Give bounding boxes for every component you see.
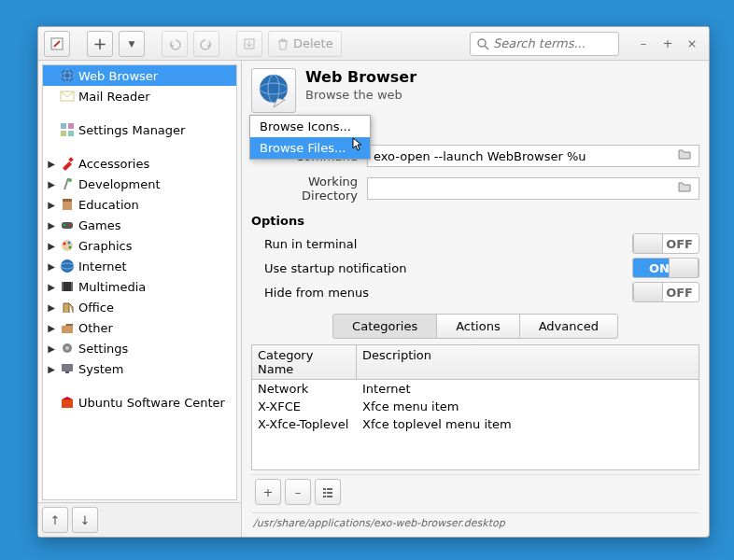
- command-value: exo-open --launch WebBrowser %u: [374, 149, 586, 163]
- svg-point-18: [64, 224, 65, 226]
- sidebar-item-games[interactable]: ▶Games: [43, 215, 236, 235]
- add-menu-dropdown[interactable]: ▼: [119, 31, 145, 57]
- sidebar-item-web-browser[interactable]: Web Browser: [43, 65, 236, 86]
- table-row[interactable]: X-XFCEXfce menu item: [252, 398, 699, 415]
- sidebar-item-label: Mail Reader: [78, 90, 150, 104]
- category-list-button[interactable]: [315, 479, 341, 505]
- move-up-button[interactable]: ↑: [42, 507, 68, 533]
- svg-line-3: [485, 46, 488, 49]
- sidebar-item-label: Office: [78, 301, 114, 315]
- move-down-button[interactable]: ↓: [72, 507, 98, 533]
- sidebar-item-development[interactable]: ▶Development: [43, 174, 236, 194]
- table-row[interactable]: NetworkInternet: [252, 380, 699, 398]
- column-header[interactable]: Category Name: [252, 345, 357, 379]
- undo-button[interactable]: [162, 31, 188, 57]
- delete-button[interactable]: Delete: [268, 31, 342, 57]
- main-pane: Web Browser Browse the web Browse Icons.…: [242, 61, 709, 537]
- education-icon: [60, 197, 75, 212]
- sidebar-item-label: Settings: [78, 342, 128, 356]
- add-category-button[interactable]: +: [255, 479, 281, 505]
- svg-rect-42: [327, 496, 332, 497]
- close-button[interactable]: ×: [681, 33, 703, 55]
- sidebar-item-graphics[interactable]: ▶Graphics: [43, 235, 236, 256]
- browse-command-button[interactable]: [678, 148, 693, 163]
- sidebar-item-other[interactable]: ▶Other: [43, 317, 236, 338]
- detail-tabs: CategoriesActionsAdvanced: [332, 314, 618, 339]
- toggle-hide-from-menus[interactable]: OFF: [632, 282, 699, 302]
- search-icon: [476, 37, 489, 50]
- titlebar: + ▼ Delete – + ×: [38, 27, 709, 61]
- sidebar-item-mail-reader[interactable]: Mail Reader: [43, 86, 236, 106]
- remove-category-button[interactable]: –: [285, 479, 311, 505]
- sidebar-item-label: Development: [78, 177, 161, 191]
- table-cell: Xfce toplevel menu item: [357, 415, 699, 433]
- sidebar-item-office[interactable]: ▶Office: [43, 297, 236, 317]
- table-cell: X-XFCE: [252, 398, 357, 415]
- svg-rect-12: [68, 157, 74, 162]
- edit-config-button[interactable]: [44, 31, 70, 57]
- search-input-wrapper[interactable]: [470, 32, 619, 56]
- svg-point-4: [61, 69, 74, 82]
- mail-icon: [60, 89, 75, 104]
- accessories-icon: [60, 156, 75, 171]
- sidebar-item-system[interactable]: ▶System: [43, 358, 236, 379]
- command-input[interactable]: exo-open --launch WebBrowser %u: [367, 145, 699, 167]
- svg-rect-28: [62, 326, 73, 333]
- app-tree[interactable]: Web BrowserMail ReaderSettings Manager▶A…: [42, 64, 237, 500]
- tab-categories[interactable]: Categories: [332, 314, 437, 339]
- sidebar-item-label: Education: [78, 198, 139, 212]
- app-description: Browse the web: [305, 88, 416, 102]
- sidebar-item-label: Settings Manager: [78, 123, 185, 137]
- svg-rect-10: [61, 131, 66, 136]
- svg-rect-38: [327, 488, 332, 490]
- graphics-icon: [60, 238, 75, 253]
- table-cell: Network: [252, 380, 357, 398]
- sidebar-item-ubuntu-software-center[interactable]: Ubuntu Software Center: [43, 392, 236, 413]
- sidebar-item-label: Web Browser: [78, 69, 158, 83]
- option-label: Run in terminal: [264, 237, 357, 251]
- delete-label: Delete: [293, 36, 333, 50]
- table-cell: Internet: [357, 380, 699, 398]
- system-icon: [60, 361, 75, 376]
- svg-rect-27: [71, 282, 73, 291]
- column-header[interactable]: Description: [357, 345, 699, 379]
- sidebar-item-multimedia[interactable]: ▶Multimedia: [43, 276, 236, 297]
- maximize-button[interactable]: +: [656, 33, 679, 55]
- tab-advanced[interactable]: Advanced: [519, 314, 618, 339]
- workdir-input[interactable]: [367, 177, 699, 200]
- internet-icon: [60, 259, 75, 273]
- toggle-use-startup-notification[interactable]: ON: [632, 258, 699, 278]
- sidebar-item-accessories[interactable]: ▶Accessories: [43, 153, 236, 174]
- svg-point-22: [69, 246, 72, 249]
- export-button[interactable]: [236, 31, 262, 57]
- toggle-run-in-terminal[interactable]: OFF: [632, 233, 699, 254]
- add-button[interactable]: +: [87, 31, 113, 57]
- svg-rect-41: [323, 496, 326, 497]
- redo-button[interactable]: [193, 31, 219, 57]
- menu-item-browse-files[interactable]: Browse Files...: [250, 137, 370, 159]
- sidebar-item-settings[interactable]: ▶Settings: [43, 338, 236, 358]
- svg-point-13: [68, 178, 72, 182]
- svg-rect-26: [62, 282, 64, 291]
- sidebar-item-settings-manager[interactable]: Settings Manager: [43, 119, 236, 140]
- sidebar-item-label: Accessories: [78, 157, 149, 171]
- usc-icon: [60, 395, 75, 410]
- sidebar-item-education[interactable]: ▶Education: [43, 194, 236, 215]
- search-input[interactable]: [493, 36, 613, 50]
- minimize-button[interactable]: –: [632, 33, 655, 55]
- sidebar-item-label: Multimedia: [78, 280, 146, 294]
- option-label: Hide from menus: [264, 286, 369, 300]
- sidebar-item-label: Internet: [78, 259, 127, 273]
- menu-item-browse-icons[interactable]: Browse Icons...: [250, 116, 370, 137]
- sidebar-item-internet[interactable]: ▶Internet: [43, 256, 236, 276]
- table-row[interactable]: X-Xfce-ToplevelXfce toplevel menu item: [252, 415, 699, 433]
- app-icon-button[interactable]: [251, 68, 296, 113]
- tab-actions[interactable]: Actions: [436, 314, 520, 339]
- option-label: Use startup notification: [264, 261, 406, 275]
- browse-workdir-button[interactable]: [678, 181, 693, 196]
- svg-point-20: [64, 243, 66, 245]
- globe-icon: [60, 68, 75, 83]
- sidebar-item-label: Graphics: [78, 239, 132, 253]
- svg-point-17: [69, 224, 71, 226]
- svg-rect-16: [62, 222, 73, 229]
